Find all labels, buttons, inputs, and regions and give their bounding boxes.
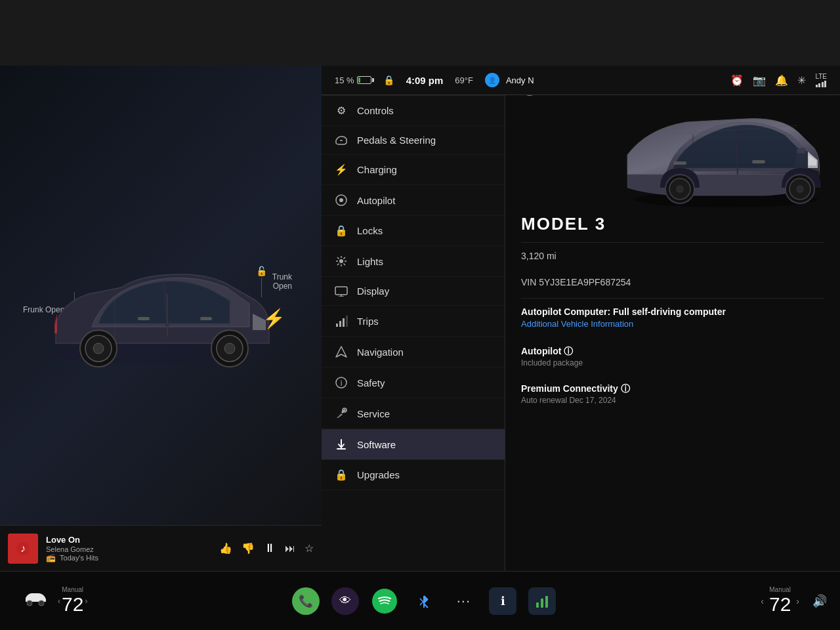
favorite-button[interactable]: ☆: [304, 542, 314, 555]
controls-label: Controls: [357, 105, 394, 116]
svg-rect-11: [200, 317, 212, 320]
software-icon: [335, 438, 348, 451]
dislike-button[interactable]: 👎: [242, 542, 255, 555]
svg-rect-58: [545, 596, 548, 608]
spotify-icon[interactable]: [371, 587, 398, 615]
svg-rect-32: [339, 321, 341, 327]
software-label: Software: [357, 439, 396, 450]
bluetooth-taskbar-icon[interactable]: [410, 587, 438, 615]
controls-icon: ⚙: [335, 104, 348, 117]
bell-icon: 🔔: [775, 74, 788, 87]
svg-point-4: [93, 343, 104, 354]
menu-item-display[interactable]: Display: [322, 277, 505, 306]
taskbar-right: ‹ Manual 72 › 🔊: [761, 586, 827, 616]
menu-item-trips[interactable]: Trips: [322, 306, 505, 337]
equalizer-icon[interactable]: [528, 587, 556, 615]
lights-icon: [335, 255, 348, 268]
taskbar-car-icon[interactable]: [13, 591, 58, 611]
svg-point-52: [27, 600, 32, 606]
svg-point-19: [339, 259, 343, 263]
camera-icon: 📷: [753, 74, 766, 87]
svg-point-18: [339, 198, 343, 202]
svg-point-47: [796, 185, 804, 193]
model-name: MODEL 3: [521, 214, 824, 234]
like-button[interactable]: 👍: [219, 542, 232, 555]
charging-menu-icon: ⚡: [335, 163, 348, 176]
battery-percent: 15 %: [335, 75, 354, 85]
menu-item-autopilot[interactable]: Autopilot: [322, 185, 505, 216]
additional-info-link[interactable]: Additional Vehicle Information: [521, 319, 824, 329]
pause-button[interactable]: ⏸: [264, 541, 276, 555]
status-bar: 15 % 🔒 4:09 pm 69°F 👤 Andy N ⏰ 📷 🔔 ✳ LTE: [322, 66, 840, 95]
connectivity-label: Premium Connectivity ⓘ: [521, 383, 824, 395]
album-art-image: ♪: [8, 534, 38, 564]
menu-item-safety[interactable]: i Safety: [322, 368, 505, 398]
display-icon: [335, 286, 348, 297]
menu-item-controls[interactable]: ⚙ Controls: [322, 96, 505, 126]
svg-line-25: [344, 264, 346, 266]
menu-item-locks[interactable]: 🔒 Locks: [322, 216, 505, 246]
status-user: 👤 Andy N: [485, 73, 534, 87]
sound-icon[interactable]: 🔊: [812, 594, 827, 608]
right-panel: 👤 Andy N ⏰ 🔒 🔔 ✳ LTE: [505, 66, 840, 571]
track-source-name: Today's Hits: [60, 554, 98, 562]
menu-item-software[interactable]: Software: [322, 429, 505, 460]
lte-label: LTE: [815, 74, 827, 80]
right-temp-value: 72: [769, 593, 791, 616]
charging-indicator: ⚡: [262, 308, 285, 329]
locks-label: Locks: [357, 225, 383, 236]
autopilot-computer-section: Autopilot Computer: Full self-driving co…: [521, 301, 824, 334]
pedals-icon: [335, 135, 348, 146]
upgrades-icon: 🔒: [335, 469, 348, 481]
battery-icon: [357, 76, 371, 84]
camera-taskbar-icon[interactable]: 👁: [331, 587, 359, 615]
menu-item-service[interactable]: Service: [322, 398, 505, 429]
taskbar-left: ‹ Manual 72 ›: [13, 586, 87, 616]
svg-text:i: i: [341, 379, 343, 388]
autopilot-icon: [335, 194, 348, 207]
left-temp-arrow-forward[interactable]: ›: [85, 597, 87, 606]
lock-icon: 🔒: [383, 75, 394, 85]
autopilot-package-section: Autopilot ⓘ Included package: [521, 342, 824, 371]
track-name: Love On: [46, 535, 211, 545]
autopilot-label: Autopilot ⓘ: [521, 346, 824, 358]
service-label: Service: [357, 408, 390, 419]
lights-label: Lights: [357, 256, 383, 267]
svg-line-27: [337, 264, 339, 266]
svg-rect-34: [346, 316, 348, 327]
phone-icon[interactable]: 📞: [292, 587, 320, 615]
svg-point-7: [224, 343, 235, 354]
track-info: Love On Selena Gomez 📻 Today's Hits: [46, 535, 211, 562]
navigation-icon: [335, 345, 348, 358]
left-temp-arrow-back[interactable]: ‹: [58, 597, 60, 606]
menu-item-upgrades[interactable]: 🔒 Upgrades: [322, 460, 505, 490]
svg-line-24: [337, 257, 339, 259]
autopilot-text: Autopilot ⓘ: [521, 346, 573, 356]
safety-label: Safety: [357, 377, 385, 388]
bluetooth-status-icon: ✳: [797, 74, 806, 87]
connectivity-section: Premium Connectivity ⓘ Auto renewal Dec …: [521, 379, 824, 409]
display-label: Display: [357, 285, 389, 297]
menu-item-charging[interactable]: ⚡ Charging: [322, 155, 505, 185]
model3-image-container: [521, 102, 824, 207]
menu-item-navigation[interactable]: Navigation: [322, 337, 505, 368]
svg-rect-31: [336, 324, 338, 327]
svg-text:♪: ♪: [20, 543, 26, 554]
car-image: [36, 251, 285, 385]
more-icon[interactable]: ···: [450, 587, 477, 615]
svg-rect-28: [335, 287, 347, 295]
svg-rect-10: [138, 317, 150, 320]
svg-point-50: [676, 185, 684, 193]
right-temp-arrow-forward[interactable]: ›: [796, 596, 799, 606]
autopilot-label: Autopilot: [357, 195, 395, 206]
info-taskbar-icon[interactable]: ℹ: [489, 587, 516, 615]
svg-marker-35: [336, 346, 346, 357]
pedals-label: Pedals & Steering: [357, 135, 436, 146]
svg-rect-57: [541, 598, 543, 608]
menu-item-lights[interactable]: Lights: [322, 246, 505, 277]
next-button[interactable]: ⏭: [285, 543, 295, 555]
svg-line-26: [344, 257, 346, 259]
right-temp-arrow-back[interactable]: ‹: [761, 596, 764, 606]
menu-panel: 🔍 Search ⚙ Controls Pedals & Steering ⚡ …: [322, 66, 505, 571]
menu-item-pedals[interactable]: Pedals & Steering: [322, 126, 505, 155]
